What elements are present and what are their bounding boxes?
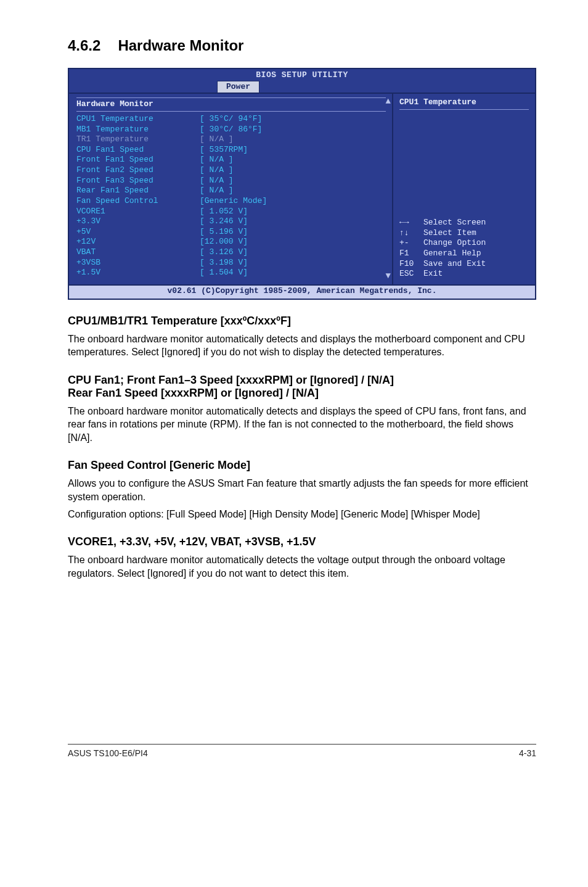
bios-tab-row: Power [69,81,535,94]
paragraph: The onboard hardware monitor automatical… [68,553,536,580]
bios-main-panel: ▲ Hardware Monitor CPU1 Temperature[ 35°… [69,94,393,284]
panel-title: Hardware Monitor [76,97,386,112]
hw-monitor-row[interactable]: +5V[ 5.196 V] [76,227,386,237]
scroll-up-icon[interactable]: ▲ [386,96,391,107]
row-label: Front Fan3 Speed [76,176,200,186]
hw-monitor-row[interactable]: TR1 Temperature[ N/A ] [76,134,386,145]
hint-save-exit: F10 Save and Exit [399,259,486,270]
subheading-fan-speed-line1: CPU Fan1; Front Fan1–3 Speed [xxxxRPM] o… [68,374,394,386]
hw-monitor-row[interactable]: MB1 Temperature[ 30°C/ 86°F] [76,125,386,135]
hint-general-help: F1 General Help [399,249,486,259]
row-label: +5V [76,227,200,237]
paragraph: The onboard hardware monitor automatical… [68,332,536,359]
scroll-down-icon[interactable]: ▼ [386,271,391,282]
paragraph: Configuration options: [Full Speed Mode]… [68,508,536,521]
bios-header: BIOS SETUP UTILITY [69,69,535,81]
hw-monitor-row[interactable]: +1.5V[ 1.504 V] [76,268,386,278]
row-value: [ N/A ] [200,176,234,186]
row-value: [ N/A ] [200,134,234,145]
hw-monitor-row[interactable]: VCORE1[ 1.052 V] [76,207,386,217]
paragraph: Allows you to configure the ASUS Smart F… [68,477,536,503]
row-value: [12.000 V] [200,237,248,247]
subheading-voltages: VCORE1, +3.3V, +5V, +12V, VBAT, +3VSB, +… [68,535,536,548]
row-value: [ 35°C/ 94°F] [200,114,262,125]
hw-monitor-row[interactable]: +3VSB[ 3.198 V] [76,258,386,268]
row-value: [ 1.052 V] [200,207,248,217]
paragraph: The onboard hardware monitor automatical… [68,405,536,445]
bios-help-panel: CPU1 Temperature ←→ Select Screen ↑↓ Sel… [393,94,535,284]
section-title: Hardware Monitor [118,37,243,54]
page-footer: ASUS TS100-E6/PI4 4-31 [0,744,588,777]
row-value: [ 3.246 V] [200,217,248,227]
row-label: +12V [76,237,200,247]
hw-monitor-row[interactable]: +12V[12.000 V] [76,237,386,247]
hw-monitor-row[interactable]: Front Fan2 Speed[ N/A ] [76,165,386,176]
subheading-fan-control: Fan Speed Control [Generic Mode] [68,459,536,472]
row-value: [ N/A ] [200,186,234,196]
row-label: VCORE1 [76,207,200,217]
row-label: CPU Fan1 Speed [76,145,200,155]
hint-select-item: ↑↓ Select Item [399,228,486,239]
row-value: [ N/A ] [200,155,234,165]
help-title: CPU1 Temperature [399,97,529,110]
section-heading: 4.6.2Hardware Monitor [68,37,536,54]
row-value: [ 3.126 V] [200,247,248,258]
subheading-temperature: CPU1/MB1/TR1 Temperature [xxxºC/xxxºF] [68,315,536,328]
subheading-fan-speed: CPU Fan1; Front Fan1–3 Speed [xxxxRPM] o… [68,374,536,400]
row-value: [ 3.198 V] [200,258,248,268]
hw-monitor-row[interactable]: Front Fan1 Speed[ N/A ] [76,155,386,165]
row-label: +3VSB [76,258,200,268]
row-value: [ 1.504 V] [200,268,248,278]
hw-monitor-row[interactable]: CPU Fan1 Speed[ 5357RPM] [76,145,386,155]
hint-select-screen: ←→ Select Screen [399,218,486,228]
row-label: Rear Fan1 Speed [76,186,200,196]
row-label: +1.5V [76,268,200,278]
subheading-fan-speed-line2: Rear Fan1 Speed [xxxxRPM] or [Ignored] /… [68,387,319,399]
row-value: [ 5357RPM] [200,145,248,155]
hw-monitor-row[interactable]: Front Fan3 Speed[ N/A ] [76,176,386,186]
hw-monitor-row[interactable]: +3.3V[ 3.246 V] [76,217,386,227]
hw-monitor-row[interactable]: Rear Fan1 Speed[ N/A ] [76,186,386,196]
bios-footer: v02.61 (C)Copyright 1985-2009, American … [69,284,535,299]
hw-monitor-row[interactable]: CPU1 Temperature[ 35°C/ 94°F] [76,114,386,125]
row-label: CPU1 Temperature [76,114,200,125]
row-label: TR1 Temperature [76,134,200,145]
bios-window: BIOS SETUP UTILITY Power ▲ Hardware Moni… [68,68,536,300]
tab-power[interactable]: Power [217,81,259,93]
row-label: Front Fan1 Speed [76,155,200,165]
row-value: [ N/A ] [200,165,234,176]
hw-monitor-row[interactable]: VBAT[ 3.126 V] [76,247,386,258]
footer-left: ASUS TS100-E6/PI4 [68,748,148,758]
row-value: [ 30°C/ 86°F] [200,125,262,135]
row-value: [ 5.196 V] [200,227,248,237]
footer-right: 4-31 [519,748,536,758]
row-label: Fan Speed Control [76,196,200,207]
row-label: VBAT [76,247,200,258]
hw-monitor-row[interactable]: Fan Speed Control[Generic Mode] [76,196,386,207]
hint-exit: ESC Exit [399,269,486,279]
row-value: [Generic Mode] [200,196,267,207]
section-number: 4.6.2 [68,37,100,54]
row-label: Front Fan2 Speed [76,165,200,176]
hint-change-option: +- Change Option [399,238,486,249]
nav-hints: ←→ Select Screen ↑↓ Select Item +- Chang… [399,218,486,279]
row-label: +3.3V [76,217,200,227]
row-label: MB1 Temperature [76,125,200,135]
